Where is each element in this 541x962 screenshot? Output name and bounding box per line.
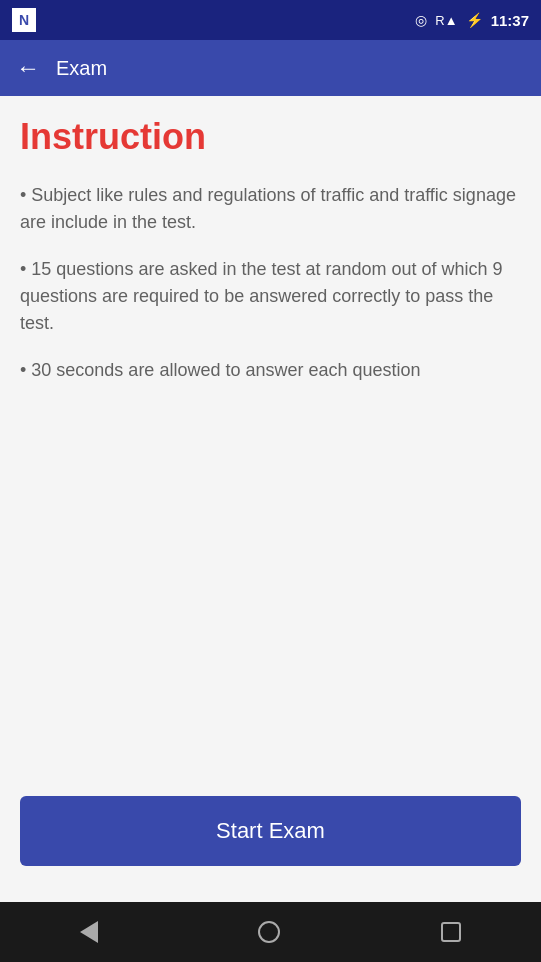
bottom-navigation bbox=[0, 902, 541, 962]
back-nav-button[interactable] bbox=[80, 921, 98, 943]
main-content: Instruction • Subject like rules and reg… bbox=[0, 96, 541, 902]
app-bar-title: Exam bbox=[56, 57, 107, 80]
recents-nav-button[interactable] bbox=[441, 922, 461, 942]
n-logo: N bbox=[12, 8, 36, 32]
spacer bbox=[20, 404, 521, 796]
recents-nav-icon bbox=[441, 922, 461, 942]
back-nav-icon bbox=[80, 921, 98, 943]
instruction-point-1: • Subject like rules and regulations of … bbox=[20, 182, 521, 236]
back-button[interactable]: ← bbox=[16, 54, 40, 82]
network-icon: R▲ bbox=[435, 13, 457, 28]
wifi-icon: ◎ bbox=[415, 12, 427, 28]
start-exam-button[interactable]: Start Exam bbox=[20, 796, 521, 866]
instruction-title: Instruction bbox=[20, 116, 521, 158]
instruction-point-3: • 30 seconds are allowed to answer each … bbox=[20, 357, 521, 384]
status-time: 11:37 bbox=[491, 12, 529, 29]
home-nav-icon bbox=[258, 921, 280, 943]
home-nav-button[interactable] bbox=[258, 921, 280, 943]
instruction-point-2: • 15 questions are asked in the test at … bbox=[20, 256, 521, 337]
back-arrow-icon: ← bbox=[16, 54, 40, 82]
battery-icon: ⚡ bbox=[466, 12, 483, 28]
app-bar: ← Exam bbox=[0, 40, 541, 96]
status-bar: N ◎ R▲ ⚡ 11:37 bbox=[0, 0, 541, 40]
